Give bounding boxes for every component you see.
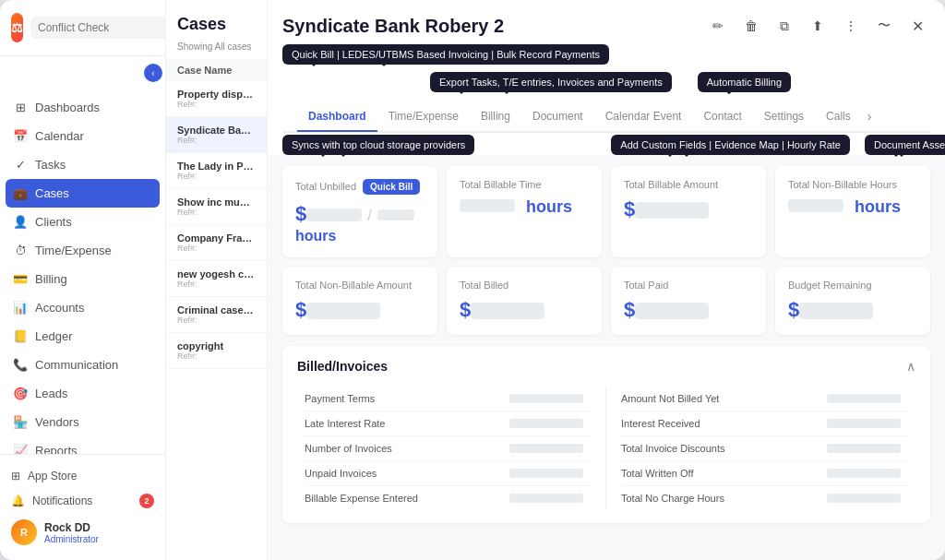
billed-row-late-interest: Late Interest Rate [305,411,591,436]
billed-row-unpaid-invoices: Unpaid Invoices [305,461,591,486]
close-button[interactable]: ✕ [904,13,930,39]
clients-icon: 👤 [13,215,28,229]
sidebar-collapse-button[interactable]: ‹ [144,64,162,82]
tab-contact[interactable]: Contact [692,102,752,132]
tab-calendar-event[interactable]: Calendar Event [594,102,693,132]
copy-button[interactable]: ⧉ [772,13,797,39]
section-title: Billed/Invoices [297,359,388,374]
sidebar-item-cases[interactable]: 💼Cases [6,179,160,208]
tab-settings[interactable]: Settings [753,102,815,132]
billed-row-payment-terms: Payment Terms [305,387,591,411]
sidebar-nav: ⊞Dashboards📅Calendar✓Tasks💼Cases👤Clients… [0,89,165,454]
main-header-top: Syndicate Bank Robery 2 ✏ 🗑 ⧉ ⬆ ⋮ 〜 ✕ [282,13,930,39]
dashboards-icon: ⊞ [13,101,28,114]
tooltip-export: Export Tasks, T/E entries, Invoices and … [430,72,672,92]
upload-button[interactable]: ⬆ [805,13,831,39]
sidebar-item-accounts[interactable]: 📊Accounts [0,293,165,322]
accounts-icon: 📊 [13,301,28,315]
cases-icon: 💼 [13,186,28,200]
delete-button[interactable]: 🗑 [738,13,764,39]
stat-total-unbilled-label: Total Unbilled Quick Bill [295,179,425,195]
case-list-item[interactable]: Property dispute-Ref#: [166,81,267,117]
sidebar-item-billing[interactable]: 💳Billing [0,265,165,293]
tooltip-quick-bill: Quick Bill | LEDES/UTBMS Based Invoicing… [282,44,609,65]
stat-total-billed: Total Billed $ [447,267,602,335]
appstore-icon: ⊞ [11,470,20,483]
sidebar-item-appstore[interactable]: ⊞ App Store [11,464,154,488]
tab-dashboard[interactable]: Dashboard [297,102,377,132]
sidebar-footer: ⊞ App Store 🔔 Notifications 2 R Rock DD … [0,454,165,560]
sidebar-item-user[interactable]: R Rock DD Administrator [11,514,154,551]
cases-list: Property dispute-Ref#:Syndicate Bank ReR… [166,81,267,560]
tab-more[interactable]: › [862,101,878,131]
tab-time-expense[interactable]: Time/Expense [377,102,470,132]
case-list-item[interactable]: Company Fraud CRef#: [166,225,267,261]
case-list-item[interactable]: The Lady in PinkRef#: [166,153,267,189]
main-content: Syndicate Bank Robery 2 ✏ 🗑 ⧉ ⬆ ⋮ 〜 ✕ Qu… [268,0,945,560]
sidebar-item-time_expense[interactable]: ⏱Time/Expense [0,236,165,265]
tabs-row: Dashboard Time/Expense Billing Document … [282,101,930,133]
cases-panel: Cases Showing All cases Case Name Proper… [166,0,268,560]
billed-row-no-charge-hours: Total No Charge Hours [621,486,908,510]
billed-row-amount-not-billed: Amount Not Billed Yet [621,387,908,411]
leads-icon: 🎯 [13,387,28,400]
main-body: Total Unbilled Quick Bill $ / hours Tota… [268,155,945,560]
tooltip-document-assembly: Document Assembly [865,135,945,155]
sidebar-item-ledger[interactable]: 📒Ledger [0,322,165,351]
billed-row-invoice-discounts: Total Invoice Discounts [621,436,908,461]
stat-hours-label: hours [295,228,336,244]
tab-billing[interactable]: Billing [470,102,521,132]
billed-invoices-section: Billed/Invoices ∧ Payment Terms Late Int… [282,346,930,523]
sidebar: ⚖ ‹ ⊞Dashboards📅Calendar✓Tasks💼Cases👤Cli… [0,0,166,560]
main-header: Syndicate Bank Robery 2 ✏ 🗑 ⧉ ⬆ ⋮ 〜 ✕ Qu… [268,0,945,155]
sidebar-item-leads[interactable]: 🎯Leads [0,379,165,408]
user-name: Rock DD [44,521,154,534]
tooltip-cloud-sync: Syncs with top cloud storage providers [282,135,474,155]
tab-document[interactable]: Document [521,102,594,132]
cases-panel-title: Cases [166,0,267,42]
sidebar-item-tasks[interactable]: ✓Tasks [0,150,165,179]
stat-total-non-billable-amount: Total Non-Billable Amount $ [282,267,437,335]
user-info: Rock DD Administrator [44,521,154,544]
sidebar-item-calendar[interactable]: 📅Calendar [0,122,165,150]
tooltip-custom-fields: Add Custom Fields | Evidence Map | Hourl… [611,135,850,155]
chart-button[interactable]: 〜 [871,13,897,39]
user-role: Administrator [44,534,154,544]
case-list-item[interactable]: new yogesh caseRef#: [166,261,267,297]
tooltip-auto-billing: Automatic Billing [698,72,791,92]
reports-icon: 📈 [13,444,28,454]
header-actions: ✏ 🗑 ⧉ ⬆ ⋮ 〜 ✕ [705,13,930,39]
ledger-icon: 📒 [13,329,28,343]
avatar: R [11,519,37,545]
stat-total-unbilled-value: $ / [295,202,425,226]
stat-total-billable-amount: Total Billable Amount $ [611,166,766,257]
sidebar-item-communication[interactable]: 📞Communication [0,351,165,379]
app-logo: ⚖ [11,13,23,42]
more-button[interactable]: ⋮ [838,13,864,39]
search-input[interactable] [30,17,184,39]
section-toggle-button[interactable]: ∧ [906,359,915,374]
app-shell: ⚖ ‹ ⊞Dashboards📅Calendar✓Tasks💼Cases👤Cli… [0,0,945,560]
sidebar-header: ⚖ [0,0,165,56]
case-list-item[interactable]: Syndicate Bank ReRef#: [166,117,267,153]
sidebar-item-dashboards[interactable]: ⊞Dashboards [0,93,165,122]
quick-bill-button[interactable]: Quick Bill [363,179,420,195]
sidebar-item-vendors[interactable]: 🏪Vendors [0,408,165,436]
stat-total-billable-time: Total Billable Time hours [447,166,602,257]
billed-row-written-off: Total Written Off [621,461,908,486]
case-list-item[interactable]: Criminal case in GRef#: [166,297,267,333]
sidebar-item-notifications[interactable]: 🔔 Notifications 2 [11,488,154,514]
stat-total-non-billable-hours: Total Non-Billable Hours hours [775,166,930,257]
tab-calls[interactable]: Calls [815,102,862,132]
case-list-item[interactable]: Show inc muder CRef#: [166,189,267,225]
section-header: Billed/Invoices ∧ [297,359,915,374]
tasks-icon: ✓ [13,158,28,172]
sidebar-item-reports[interactable]: 📈Reports [0,436,165,454]
time_expense-icon: ⏱ [13,244,28,257]
stat-total-unbilled: Total Unbilled Quick Bill $ / hours [282,166,437,257]
sidebar-item-clients[interactable]: 👤Clients [0,208,165,236]
case-list-item[interactable]: copyrightRef#: [166,333,267,369]
edit-button[interactable]: ✏ [705,13,731,39]
billed-row-num-invoices: Number of Invoices [305,436,591,461]
billing-icon: 💳 [13,272,28,286]
